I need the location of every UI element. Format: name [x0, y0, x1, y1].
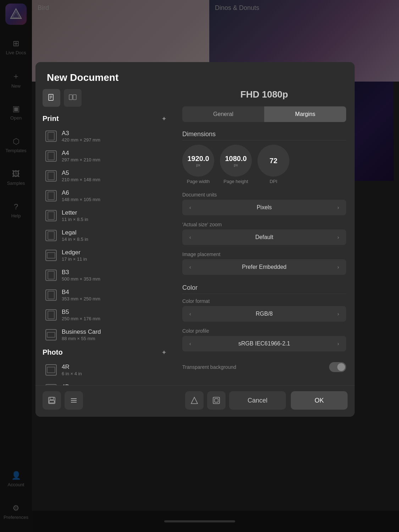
transparent-bg-label: Transparent background	[182, 364, 236, 370]
document-units-select[interactable]: ‹ Pixels ›	[182, 200, 346, 215]
transparent-bg-row: Transparent background	[182, 362, 346, 372]
color-format-next-arrow[interactable]: ›	[334, 310, 342, 318]
preset-legal-icon	[45, 230, 57, 241]
doc-type-document-btn[interactable]	[43, 89, 60, 107]
placement-next-arrow[interactable]: ›	[334, 263, 342, 271]
footer-icon-buttons-right	[185, 391, 226, 410]
page-width-circle[interactable]: 1920.0 px	[182, 145, 214, 177]
doc-type-tabs	[35, 89, 174, 111]
preset-b5[interactable]: B5 250 mm × 176 mm	[43, 305, 167, 325]
preset-a6[interactable]: A6 148 mm × 105 mm	[43, 186, 167, 206]
affinity-icon-btn-1[interactable]	[185, 391, 204, 410]
document-units-next-arrow[interactable]: ›	[334, 203, 342, 212]
preset-list: Print ✦ A3 420 mm × 297 mm	[35, 111, 174, 385]
actual-size-zoom-group: 'Actual size' zoom ‹ Default ›	[182, 222, 346, 245]
preset-a5-icon	[45, 170, 57, 182]
actual-size-zoom-select[interactable]: ‹ Default ›	[182, 229, 346, 245]
color-profile-select[interactable]: ‹ sRGB IEC61966-2.1 ›	[182, 336, 346, 351]
preset-b4-info: B4 353 mm × 250 mm	[62, 289, 100, 301]
print-section-title: Print	[43, 115, 59, 123]
tab-margins[interactable]: Margins	[264, 106, 346, 122]
photo-section-header: Photo ✦	[43, 348, 167, 356]
svg-rect-7	[73, 95, 76, 100]
preset-4d[interactable]: 4D 6 in × 4.5 in	[43, 380, 167, 385]
color-format-prev-arrow[interactable]: ‹	[187, 310, 194, 318]
preset-ledger[interactable]: Ledger 17 in × 11 in	[43, 245, 167, 265]
preset-4r[interactable]: 4R 6 in × 4 in	[43, 360, 167, 380]
actual-size-zoom-label: 'Actual size' zoom	[182, 222, 346, 227]
svg-marker-28	[191, 397, 198, 404]
placement-value: Prefer Embedded	[194, 264, 335, 270]
document-units-prev-arrow[interactable]: ‹	[187, 203, 194, 212]
document-units-label: Document units	[182, 192, 346, 198]
page-height-value: 1080.0	[225, 155, 246, 163]
preset-4r-icon	[45, 364, 57, 376]
manage-presets-button[interactable]	[65, 391, 83, 410]
dialog-body: Print ✦ A3 420 mm × 297 mm	[35, 83, 355, 385]
color-profile-label: Color profile	[182, 328, 346, 334]
preset-letter[interactable]: Letter 11 in × 8.5 in	[43, 206, 167, 226]
dpi-control: 72 DPI	[257, 145, 289, 184]
color-profile-group: Color profile ‹ sRGB IEC61966-2.1 ›	[182, 328, 346, 351]
preset-letter-icon	[45, 210, 57, 221]
svg-rect-10	[48, 172, 54, 180]
preset-a6-info: A6 148 mm × 105 mm	[62, 189, 100, 202]
new-document-dialog: New Document	[35, 62, 355, 417]
tab-general[interactable]: General	[182, 106, 264, 122]
preset-b3[interactable]: B3 500 mm × 353 mm	[43, 265, 167, 285]
photo-section-title: Photo	[43, 348, 63, 356]
page-width-control: 1920.0 px Page width	[182, 145, 214, 184]
preset-b3-icon	[45, 270, 57, 281]
zoom-prev-arrow[interactable]: ‹	[187, 233, 194, 242]
preset-legal-info: Legal 14 in × 8.5 in	[62, 229, 88, 242]
color-profile-next-arrow[interactable]: ›	[334, 339, 342, 348]
page-height-circle[interactable]: 1080.0 px	[220, 145, 252, 177]
preset-letter-info: Letter 11 in × 8.5 in	[62, 209, 88, 222]
print-section-header: Print ✦	[43, 115, 167, 123]
preset-b4[interactable]: B4 353 mm × 250 mm	[43, 285, 167, 305]
page-height-label: Page height	[223, 179, 248, 184]
preset-legal[interactable]: Legal 14 in × 8.5 in	[43, 226, 167, 245]
dialog-title: New Document	[47, 72, 118, 83]
dpi-circle[interactable]: 72	[257, 145, 289, 177]
preset-a4[interactable]: A4 297 mm × 210 mm	[43, 146, 167, 166]
dimensions-controls: 1920.0 px Page width 1080.0 px Page heig…	[182, 145, 346, 184]
affinity-icon-btn-2[interactable]	[207, 391, 226, 410]
preset-business-card[interactable]: Business Card 88 mm × 55 mm	[43, 325, 167, 345]
page-height-unit: px	[234, 163, 238, 167]
save-preset-button[interactable]	[43, 391, 61, 410]
footer-left-buttons	[43, 391, 83, 410]
general-margins-tabs: General Margins	[182, 106, 346, 122]
page-width-unit: px	[196, 163, 200, 167]
placement-prev-arrow[interactable]: ‹	[187, 263, 194, 271]
color-profile-prev-arrow[interactable]: ‹	[187, 339, 194, 348]
preset-a3-icon	[45, 131, 57, 142]
print-section-icon[interactable]: ✦	[161, 115, 167, 123]
color-format-select[interactable]: ‹ RGB/8 ›	[182, 306, 346, 322]
svg-rect-16	[48, 291, 54, 299]
svg-rect-9	[48, 152, 54, 160]
transparent-bg-toggle[interactable]	[329, 362, 346, 372]
cancel-button[interactable]: Cancel	[229, 391, 286, 410]
svg-rect-18	[47, 332, 55, 337]
svg-rect-23	[50, 397, 54, 400]
svg-rect-19	[47, 367, 55, 373]
preset-a3[interactable]: A3 420 mm × 297 mm	[43, 126, 167, 146]
preset-a5[interactable]: A5 210 mm × 148 mm	[43, 166, 167, 186]
doc-type-facing-btn[interactable]	[64, 89, 82, 107]
svg-rect-6	[69, 95, 72, 100]
preset-ledger-info: Ledger 17 in × 11 in	[62, 249, 87, 262]
svg-rect-30	[215, 399, 218, 402]
zoom-next-arrow[interactable]: ›	[334, 233, 342, 242]
image-placement-select[interactable]: ‹ Prefer Embedded ›	[182, 259, 346, 275]
photo-section-icon[interactable]: ✦	[161, 349, 167, 356]
svg-rect-13	[48, 232, 54, 239]
ok-button[interactable]: OK	[291, 391, 348, 410]
preset-b5-icon	[45, 309, 57, 321]
dpi-label: DPI	[270, 179, 277, 184]
page-height-control: 1080.0 px Page height	[220, 145, 252, 184]
dialog-header: New Document	[35, 62, 355, 83]
color-format-value: RGB/8	[194, 311, 335, 317]
svg-rect-17	[48, 311, 54, 319]
svg-rect-12	[48, 212, 54, 220]
